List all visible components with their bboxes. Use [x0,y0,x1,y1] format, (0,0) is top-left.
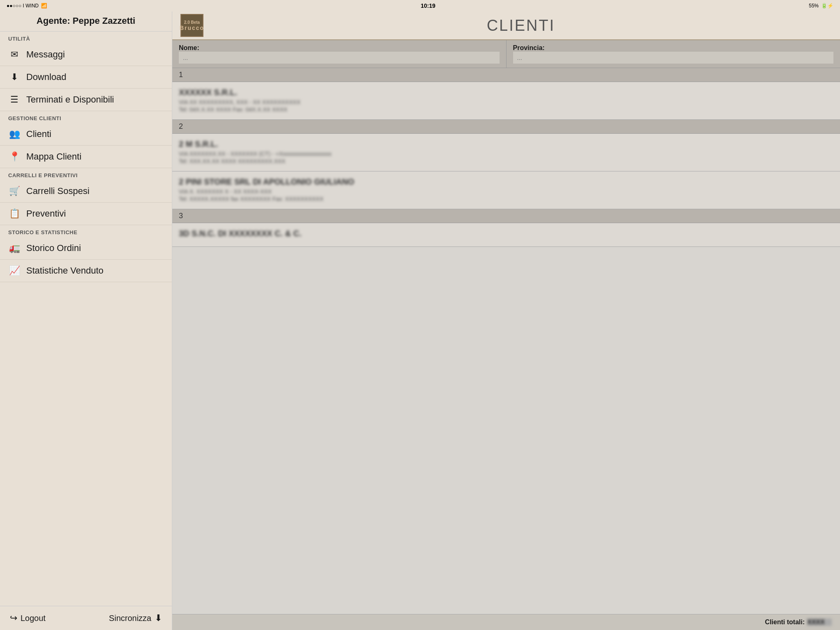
carrelli-icon: 🛒 [8,186,21,196]
sidebar-item-messaggi-label: Messaggi [26,49,65,60]
client-address-1-1: VIA XX XXXXXXXXX, XXX - XX XXXXXXXXXX [179,99,833,105]
client-name-2-1: 2 M S.R.L. [179,139,833,149]
client-phone-2-1: Tel: XXX.XX.XX XXXX XXXXXXXXX.XXX [179,158,833,164]
page-title: CLIENTI [210,17,832,34]
download-icon: ⬇ [8,72,21,82]
sidebar-item-preventivi[interactable]: 📋 Preventivi [0,203,172,225]
sidebar-item-preventivi-label: Preventivi [26,208,66,219]
status-time: 10:19 [421,2,436,9]
client-card-3-1[interactable]: 3D S.N.C. DI XXXXXXXX C. & C. [172,223,840,247]
section-number-2: 2 [172,120,840,134]
mappa-icon: 📍 [8,151,21,162]
client-phone-1-1: Tel: 04X.X.XX XXXX Fax: 04X.X.XX XXXX [179,106,833,113]
sidebar-item-terminati-label: Terminati e Disponibili [26,94,114,105]
logout-icon: ↪ [10,613,17,623]
logo-text-main: Brucco [180,25,204,31]
sidebar-item-statistiche[interactable]: 📈 Statistiche Venduto [0,260,172,282]
sidebar-header: Agente: Peppe Zazzetti [0,11,172,32]
sidebar-item-clienti[interactable]: 👥 Clienti [0,123,172,146]
logout-button[interactable]: ↪ Logout [10,613,46,623]
sidebar-item-mappa-label: Mappa Clienti [26,151,82,162]
client-card-2-2[interactable]: 2 PINI STORE SRL DI APOLLONIO GIULIANO V… [172,171,840,209]
filter-nome-input[interactable] [179,52,500,64]
client-name-2-2: 2 PINI STORE SRL DI APOLLONIO GIULIANO [179,177,833,187]
section-utilita-label: UTILITÀ [0,32,172,43]
filter-row: Nome: Provincia: [172,40,840,68]
sidebar-item-clienti-label: Clienti [26,129,51,139]
client-address-2-1: VIA XXXXXXX.XX - XXXXXXX (CT) - +Xxxxxxx… [179,151,833,157]
section-carrelli-label: CARRELLI E PREVENTIVI [0,168,172,180]
section-number-1: 1 [172,68,840,82]
battery-icon: 🔋⚡ [821,3,833,9]
logout-label: Logout [21,614,46,623]
wifi-icon: 📶 [41,3,47,9]
messaggi-icon: ✉ [8,49,21,60]
client-list: 1 XXXXXX S.R.L. VIA XX XXXXXXXXX, XXX - … [172,68,840,614]
storico-icon: 🚛 [8,243,21,253]
client-card-2-1[interactable]: 2 M S.R.L. VIA XXXXXXX.XX - XXXXXXX (CT)… [172,134,840,171]
sidebar-item-storico-label: Storico Ordini [26,243,81,253]
sidebar-item-download[interactable]: ⬇ Download [0,66,172,89]
filter-provincia-cell: Provincia: [507,40,840,68]
filter-provincia-input[interactable] [513,52,834,64]
sync-icon: ⬇ [155,613,162,623]
sidebar-item-carrelli-label: Carrelli Sospesi [26,186,89,196]
sidebar: Agente: Peppe Zazzetti UTILITÀ ✉ Messagg… [0,11,172,630]
client-name-1-1: XXXXXX S.R.L. [179,88,833,97]
sync-label: Sincronizza [109,614,151,623]
sidebar-item-carrelli[interactable]: 🛒 Carrelli Sospesi [0,180,172,203]
status-right: 55% 🔋⚡ [809,3,833,9]
main-header: 2.0 Beta Brucco CLIENTI [172,11,840,40]
section-number-3: 3 [172,209,840,223]
main-content: 2.0 Beta Brucco CLIENTI Nome: Provincia:… [172,11,840,630]
clienti-icon: 👥 [8,129,21,139]
filter-nome-label: Nome: [179,44,199,51]
filter-nome-cell: Nome: [172,40,507,68]
sidebar-item-terminati[interactable]: ☰ Terminati e Disponibili [0,89,172,111]
client-card-1-1[interactable]: XXXXXX S.R.L. VIA XX XXXXXXXXX, XXX - XX… [172,82,840,120]
section-gestione-label: GESTIONE CLIENTI [0,111,172,123]
client-address-2-2: VIA X. XXXXXXX X - XX XXXX-XXX [179,188,833,195]
totali-value: XXXX [807,619,832,626]
status-bar: ●●○○○ I WIND 📶 10:19 55% 🔋⚡ [0,0,840,11]
client-phone-2-2: Tel: XXXXX.XXXXX fax XXXXXXXX Fax: XXXXX… [179,196,833,202]
battery-percent: 55% [809,3,819,9]
agent-title: Agente: Peppe Zazzetti [8,16,164,26]
carrier-text: ●●○○○ I WIND [7,3,39,9]
status-left: ●●○○○ I WIND 📶 [7,3,47,9]
sidebar-item-statistiche-label: Statistiche Venduto [26,265,103,276]
logo-box: 2.0 Beta Brucco [180,14,203,37]
client-name-3-1: 3D S.N.C. DI XXXXXXXX C. & C. [179,229,833,238]
terminati-icon: ☰ [8,94,21,105]
preventivi-icon: 📋 [8,208,21,219]
totali-label: Clienti totali: [765,619,805,626]
sidebar-item-messaggi[interactable]: ✉ Messaggi [0,43,172,66]
sidebar-item-download-label: Download [26,72,66,82]
sidebar-item-storico[interactable]: 🚛 Storico Ordini [0,237,172,260]
sidebar-item-mappa[interactable]: 📍 Mappa Clienti [0,146,172,168]
sync-button[interactable]: Sincronizza ⬇ [109,613,162,623]
logo-text-top: 2.0 Beta [184,20,200,25]
statistiche-icon: 📈 [8,265,21,276]
section-storico-label: STORICO E STATISTICHE [0,225,172,237]
sidebar-footer: ↪ Logout Sincronizza ⬇ [0,606,172,630]
app-container: Agente: Peppe Zazzetti UTILITÀ ✉ Messagg… [0,11,840,630]
main-footer: Clienti totali: XXXX [172,614,840,630]
filter-provincia-label: Provincia: [513,44,545,51]
